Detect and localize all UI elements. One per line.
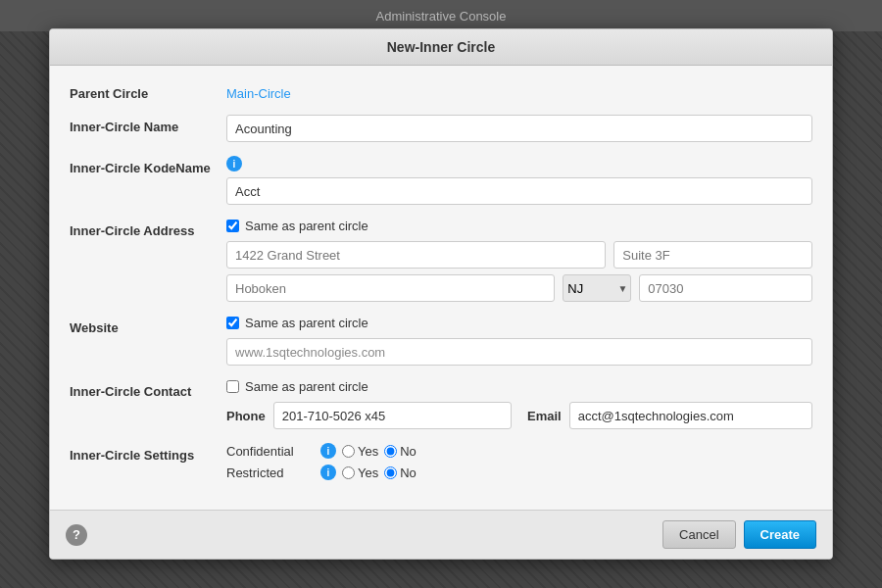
restricted-no-text: No: [400, 466, 416, 480]
phone-label: Phone: [226, 409, 266, 423]
inner-circle-address-content: Same as parent circle NJ N: [226, 219, 812, 302]
confidential-yes-label[interactable]: Yes: [342, 444, 378, 459]
restricted-no-label[interactable]: No: [384, 466, 416, 480]
restricted-radio-group: Yes No: [342, 466, 416, 480]
address-city-input[interactable]: [226, 274, 555, 302]
confidential-radio-group: Yes No: [342, 444, 416, 459]
inner-circle-name-input[interactable]: [226, 115, 812, 142]
website-label: Website: [70, 316, 226, 335]
state-select-wrapper: NJ NY CA ▼: [563, 274, 631, 302]
footer-buttons: Cancel Create: [662, 520, 816, 549]
website-same-as-parent-label: Same as parent circle: [245, 316, 368, 330]
confidential-label: Confidential: [226, 444, 315, 459]
inner-circle-address-label: Inner-Circle Address: [70, 219, 226, 238]
confidential-no-radio[interactable]: [384, 445, 397, 458]
help-icon[interactable]: ?: [66, 524, 87, 546]
top-bar-title: Administrative Console: [376, 9, 507, 24]
inner-circle-address-row: Inner-Circle Address Same as parent circ…: [70, 219, 812, 302]
contact-same-as-parent-label: Same as parent circle: [245, 379, 368, 394]
contact-same-as-parent-row: Same as parent circle: [226, 379, 812, 394]
inner-circle-settings-label: Inner-Circle Settings: [70, 443, 226, 463]
modal-wrapper: New-Inner Circle Parent Circle Main-Circ…: [49, 28, 833, 560]
create-button[interactable]: Create: [744, 520, 816, 549]
inner-circle-name-label: Inner-Circle Name: [70, 115, 226, 134]
address-grid: NJ NY CA ▼: [226, 241, 812, 302]
website-input[interactable]: [226, 338, 812, 366]
contact-fields: Phone Email: [226, 402, 812, 429]
restricted-yes-radio[interactable]: [342, 466, 355, 479]
confidential-no-text: No: [400, 444, 416, 459]
inner-circle-kodename-row: Inner-Circle KodeName i: [70, 156, 812, 205]
inner-circle-name-row: Inner-Circle Name: [70, 115, 812, 142]
website-same-as-parent-row: Same as parent circle: [226, 316, 812, 330]
confidential-line: Confidential i Yes No: [226, 443, 812, 459]
restricted-line: Restricted i Yes No: [226, 465, 812, 480]
confidential-no-label[interactable]: No: [384, 444, 416, 459]
address-row-1: [226, 241, 812, 269]
address-zip-input[interactable]: [639, 274, 812, 302]
address-same-as-parent-label: Same as parent circle: [245, 219, 368, 233]
inner-circle-settings-row: Inner-Circle Settings Confidential i Yes: [70, 443, 812, 480]
contact-same-as-parent-checkbox[interactable]: [226, 380, 239, 393]
top-bar: Administrative Console: [0, 0, 882, 31]
modal-body: Parent Circle Main-Circle Inner-Circle N…: [50, 66, 832, 510]
address-suite-input[interactable]: [613, 241, 812, 269]
inner-circle-settings-content: Confidential i Yes No: [226, 443, 812, 480]
inner-circle-kodename-content: i: [226, 156, 812, 205]
website-row: Website Same as parent circle: [70, 316, 812, 366]
address-same-as-parent-row: Same as parent circle: [226, 219, 812, 233]
phone-input[interactable]: [273, 402, 512, 429]
website-same-as-parent-checkbox[interactable]: [226, 317, 239, 329]
inner-circle-contact-label: Inner-Circle Contact: [70, 379, 226, 399]
parent-circle-label: Parent Circle: [70, 81, 226, 101]
inner-circle-kodename-input[interactable]: [226, 177, 812, 205]
phone-field: Phone: [226, 402, 512, 429]
address-same-as-parent-checkbox[interactable]: [226, 220, 239, 232]
inner-circle-kodename-label: Inner-Circle KodeName: [70, 156, 226, 175]
parent-circle-link[interactable]: Main-Circle: [226, 81, 291, 101]
parent-circle-content: Main-Circle: [226, 81, 812, 101]
modal-footer: ? Cancel Create: [50, 510, 832, 559]
confidential-yes-radio[interactable]: [342, 445, 355, 458]
restricted-info-icon[interactable]: i: [320, 465, 336, 480]
parent-circle-row: Parent Circle Main-Circle: [70, 81, 812, 101]
cancel-button[interactable]: Cancel: [662, 520, 735, 549]
inner-circle-name-content: [226, 115, 812, 142]
restricted-yes-text: Yes: [358, 466, 378, 480]
modal-title: New-Inner Circle: [387, 39, 495, 55]
email-input[interactable]: [569, 402, 812, 429]
inner-circle-contact-content: Same as parent circle Phone Email: [226, 379, 812, 429]
settings-rows: Confidential i Yes No: [226, 443, 812, 480]
address-street-input[interactable]: [226, 241, 606, 269]
restricted-label: Restricted: [226, 466, 315, 480]
inner-circle-contact-row: Inner-Circle Contact Same as parent circ…: [70, 379, 812, 429]
modal-dialog: New-Inner Circle Parent Circle Main-Circ…: [49, 28, 833, 560]
email-field: Email: [527, 402, 812, 429]
email-label: Email: [527, 409, 562, 423]
restricted-no-radio[interactable]: [384, 466, 397, 479]
restricted-yes-label[interactable]: Yes: [342, 466, 378, 480]
confidential-info-icon[interactable]: i: [320, 443, 336, 459]
modal-header: New-Inner Circle: [50, 29, 832, 66]
address-row-2: NJ NY CA ▼: [226, 274, 812, 302]
kodename-info-icon[interactable]: i: [226, 156, 242, 172]
address-state-select[interactable]: NJ NY CA: [563, 274, 631, 302]
website-content: Same as parent circle: [226, 316, 812, 366]
confidential-yes-text: Yes: [358, 444, 378, 459]
